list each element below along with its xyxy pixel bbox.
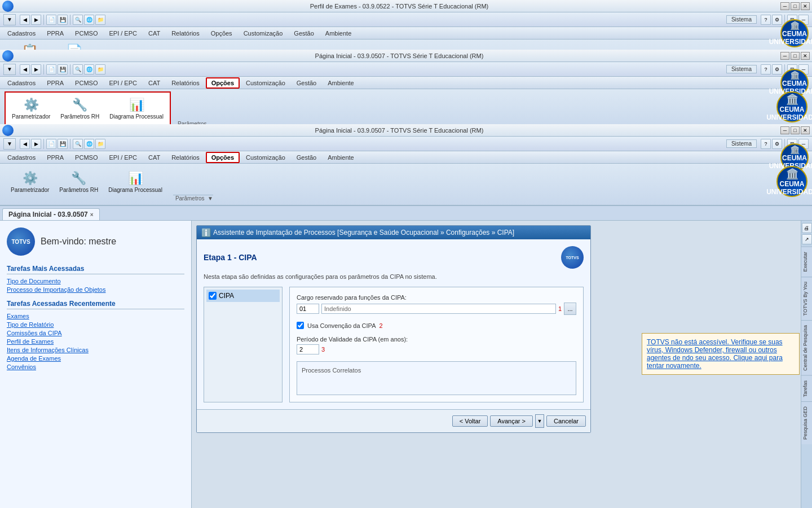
menu-opcoes-3[interactable]: Opções	[206, 152, 240, 163]
icon2-1[interactable]: 🌐	[84, 15, 94, 25]
icon1-2[interactable]: 🔍	[73, 64, 83, 75]
tab-close[interactable]: ×	[90, 212, 94, 218]
menu-cat-1[interactable]: CAT	[143, 28, 165, 38]
settings-btn-2[interactable]: ⚙	[772, 64, 782, 75]
restore-btn-1[interactable]: □	[791, 2, 800, 10]
task-tipo-relatorio[interactable]: Tipo de Relatório	[7, 321, 184, 328]
app-menu-2[interactable]: ▼	[3, 64, 16, 75]
icon3-1[interactable]: 📁	[95, 15, 105, 25]
help-btn-2[interactable]: ?	[761, 64, 771, 75]
forward-btn-1[interactable]: ▶	[31, 15, 41, 25]
minimize-btn-1[interactable]: ─	[780, 2, 789, 10]
menu-opcoes-2[interactable]: Opções	[206, 77, 240, 89]
right-tab-tarefas[interactable]: Tarefas	[801, 375, 812, 402]
task-exames[interactable]: Exames	[7, 313, 184, 319]
cargo-browse-btn[interactable]: ...	[564, 303, 576, 315]
menu-ambiente-3[interactable]: Ambiente	[323, 152, 359, 163]
menu-epi-3[interactable]: EPI / EPC	[104, 152, 142, 163]
print-btn[interactable]: 🖨	[802, 223, 812, 233]
menu-relatorios-2[interactable]: Relatórios	[166, 78, 205, 88]
export-btn[interactable]: ↗	[802, 234, 812, 244]
restore-btn-2[interactable]: □	[791, 52, 800, 60]
icon1-3[interactable]: 🔍	[73, 139, 83, 149]
app-menu-3[interactable]: ▼	[3, 138, 16, 150]
menu-epi-1[interactable]: EPI / EPC	[104, 28, 142, 38]
back-btn-1[interactable]: ◀	[20, 15, 30, 25]
save-btn-2[interactable]: 💾	[58, 64, 68, 75]
ribbon-params-rh-3[interactable]: 🔧 Parâmetros RH	[55, 168, 102, 196]
menu-cadastros-3[interactable]: Cadastros	[2, 152, 41, 163]
back-btn-3[interactable]: ◀	[20, 139, 30, 149]
convencao-checkbox[interactable]	[297, 322, 304, 329]
menu-ambiente-2[interactable]: Ambiente	[323, 78, 359, 88]
new-btn-3[interactable]: 📄	[46, 139, 56, 149]
next-nav-btn[interactable]: Avançar >	[490, 415, 533, 427]
menu-customizacao-3[interactable]: Customização	[241, 152, 290, 163]
tab-pagina-inicial[interactable]: Página Inicial - 03.9.0507 ×	[2, 208, 100, 220]
next-dropdown-btn[interactable]: ▼	[535, 414, 544, 428]
settings-btn-1[interactable]: ⚙	[772, 15, 782, 25]
close-btn-1[interactable]: ✕	[801, 2, 810, 10]
menu-epi-2[interactable]: EPI / EPC	[104, 78, 142, 88]
ribbon-parametrizador-3[interactable]: ⚙️ Parametrizador	[7, 168, 53, 196]
menu-cadastros-1[interactable]: Cadastros	[2, 28, 41, 38]
task-perfil-exames[interactable]: Perfil de Exames	[7, 338, 184, 345]
back-btn-2[interactable]: ◀	[20, 64, 30, 75]
save-btn-1[interactable]: 💾	[58, 15, 68, 25]
task-tipo-documento[interactable]: Tipo de Documento	[7, 278, 184, 284]
task-convenios[interactable]: Convênios	[7, 364, 184, 370]
menu-customizacao-2[interactable]: Customização	[241, 78, 290, 88]
right-tab-totvs-by-you[interactable]: TOTVS By You	[801, 277, 812, 320]
menu-cat-3[interactable]: CAT	[143, 152, 165, 163]
close-btn-3[interactable]: ✕	[801, 126, 810, 134]
ribbon-diagrama-2[interactable]: 📊 Diagrama Processual	[105, 95, 167, 122]
menu-ambiente-1[interactable]: Ambiente	[320, 28, 356, 38]
nav-checkbox-cipa[interactable]	[209, 292, 217, 300]
forward-btn-3[interactable]: ▶	[31, 139, 41, 149]
icon3-3[interactable]: 📁	[95, 139, 105, 149]
menu-pcmso-1[interactable]: PCMSO	[70, 28, 103, 38]
menu-ppra-1[interactable]: PPRA	[42, 28, 69, 38]
ribbon-parametrizador-2[interactable]: ⚙️ Parametrizador	[8, 95, 54, 122]
menu-ppra-2[interactable]: PPRA	[42, 78, 69, 88]
nav-item-cipa[interactable]: CIPA	[206, 290, 280, 302]
notification-text[interactable]: TOTVS não está acessível. Verifique se s…	[647, 338, 783, 370]
icon2-2[interactable]: 🌐	[84, 64, 94, 75]
minimize-btn-3[interactable]: ─	[780, 126, 789, 134]
back-nav-btn[interactable]: < Voltar	[452, 415, 488, 427]
menu-relatorios-1[interactable]: Relatórios	[166, 28, 205, 38]
new-btn-1[interactable]: 📄	[46, 15, 56, 25]
icon1-1[interactable]: 🔍	[73, 15, 83, 25]
menu-gestao-1[interactable]: Gestão	[289, 28, 319, 38]
ribbon-params-rh-2[interactable]: 🔧 Parâmetros RH	[56, 95, 103, 122]
forward-btn-2[interactable]: ▶	[31, 64, 41, 75]
cargo-name-input[interactable]	[321, 304, 556, 314]
settings-btn-3[interactable]: ⚙	[772, 139, 782, 149]
cargo-code-input[interactable]	[297, 304, 319, 314]
menu-pcmso-3[interactable]: PCMSO	[70, 152, 103, 163]
app-menu-1[interactable]: ▼	[3, 14, 16, 25]
help-btn-3[interactable]: ?	[761, 139, 771, 149]
menu-pcmso-2[interactable]: PCMSO	[70, 78, 103, 88]
close-btn-2[interactable]: ✕	[801, 52, 810, 60]
restore-btn-3[interactable]: □	[791, 126, 800, 134]
menu-gestao-3[interactable]: Gestão	[292, 152, 321, 163]
new-btn-2[interactable]: 📄	[46, 64, 56, 75]
icon3-2[interactable]: 📁	[95, 64, 105, 75]
cancel-btn[interactable]: Cancelar	[546, 415, 586, 427]
validade-input[interactable]	[297, 344, 319, 354]
task-agenda-exames[interactable]: Agenda de Exames	[7, 355, 184, 362]
menu-cadastros-2[interactable]: Cadastros	[2, 78, 41, 88]
icon2-3[interactable]: 🌐	[84, 139, 94, 149]
right-tab-pesquisa-ged[interactable]: Pesquisa GED	[801, 401, 812, 444]
right-tab-central-pesquisa[interactable]: Central de Pesquisa	[801, 320, 812, 375]
menu-cat-2[interactable]: CAT	[143, 78, 165, 88]
task-processo-importacao[interactable]: Processo de Importação de Objetos	[7, 286, 184, 293]
menu-opcoes-1[interactable]: Opções	[206, 28, 237, 38]
help-btn-1[interactable]: ?	[761, 15, 771, 25]
right-tab-executar[interactable]: Executar	[801, 247, 812, 277]
task-comissoes-cipa[interactable]: Comissões da CIPA	[7, 330, 184, 336]
menu-customizacao-1[interactable]: Customização	[239, 28, 288, 38]
menu-relatorios-3[interactable]: Relatórios	[166, 152, 205, 163]
menu-gestao-2[interactable]: Gestão	[292, 78, 321, 88]
